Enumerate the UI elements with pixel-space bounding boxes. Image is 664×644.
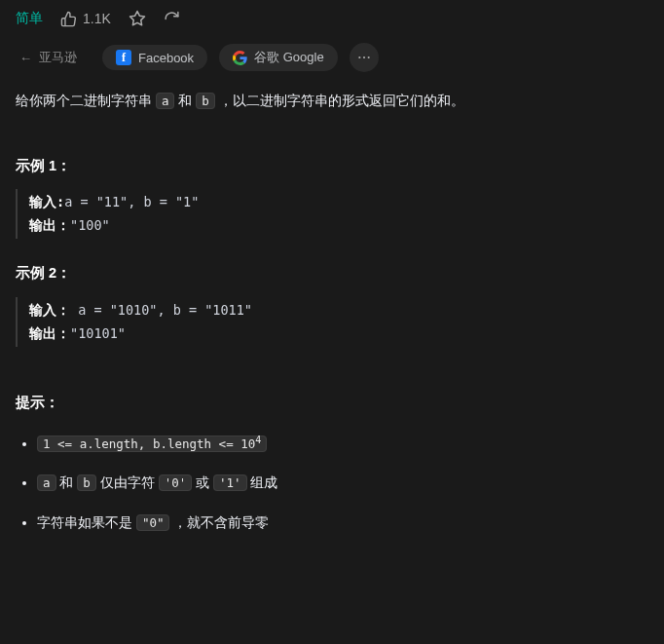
tag-label: 亚马逊 xyxy=(39,49,77,66)
input-value: a = "11", b = "1" xyxy=(64,194,199,209)
tag-google[interactable]: 谷歌 Google xyxy=(219,44,338,71)
input-label: 输入： xyxy=(29,302,70,318)
tag-label: 谷歌 Google xyxy=(254,49,324,66)
star-icon xyxy=(129,10,146,27)
input-label: 输入: xyxy=(29,194,64,209)
output-value: "100" xyxy=(70,217,110,233)
constraint-item: 1 <= a.length, b.length <= 104 xyxy=(37,431,648,457)
constraint-code: 1 <= a.length, b.length <= 104 xyxy=(37,436,267,452)
example2-block: 输入： a = "1010", b = "1011" 输出："10101" xyxy=(16,297,648,347)
var-b: b xyxy=(196,93,215,109)
output-label: 输出： xyxy=(29,217,70,233)
like-count: 1.1K xyxy=(83,11,111,26)
var-a: a xyxy=(37,474,56,491)
company-tags: ← 亚马逊 f Facebook 谷歌 Google xyxy=(0,31,664,82)
example2-title: 示例 2： xyxy=(16,260,648,287)
chevron-left-icon: ← xyxy=(19,51,32,65)
var-b: b xyxy=(77,474,96,491)
ellipsis-icon xyxy=(356,50,372,65)
thumbs-up-icon xyxy=(60,11,77,27)
more-tags-button[interactable] xyxy=(350,43,379,72)
example1-block: 输入:a = "11", b = "1" 输出："100" xyxy=(16,189,648,239)
example1-title: 示例 1： xyxy=(16,153,648,180)
problem-content: 给你两个二进制字符串 a 和 b ，以二进制字符串的形式返回它们的和。 示例 1… xyxy=(0,82,664,569)
google-icon xyxy=(233,51,247,65)
tag-prev[interactable]: ← 亚马逊 xyxy=(16,44,91,71)
var-a: a xyxy=(156,93,175,109)
constraint-item: 字符串如果不是 "0" ，就不含前导零 xyxy=(37,510,648,536)
output-label: 输出： xyxy=(29,325,70,341)
header-bar: 简单 1.1K xyxy=(0,0,664,31)
constraints-section: 提示： 1 <= a.length, b.length <= 104 a 和 b… xyxy=(16,390,648,535)
constraint-item: a 和 b 仅由字符 '0' 或 '1' 组成 xyxy=(37,470,648,496)
svg-point-3 xyxy=(367,57,369,58)
share-icon xyxy=(164,11,180,27)
char-zero: '0' xyxy=(159,474,193,491)
str-zero: "0" xyxy=(136,514,170,531)
favorite-button[interactable] xyxy=(129,10,146,27)
problem-description: 给你两个二进制字符串 a 和 b ，以二进制字符串的形式返回它们的和。 xyxy=(16,88,648,114)
svg-marker-0 xyxy=(129,12,144,25)
facebook-icon: f xyxy=(116,50,131,65)
output-value: "10101" xyxy=(70,325,126,341)
share-button[interactable] xyxy=(164,11,180,27)
like-button[interactable]: 1.1K xyxy=(60,11,111,27)
svg-point-2 xyxy=(363,57,365,58)
input-value: a = "1010", b = "1011" xyxy=(78,302,252,318)
char-one: '1' xyxy=(213,474,247,491)
constraints-title: 提示： xyxy=(16,390,648,417)
svg-point-1 xyxy=(358,57,360,58)
difficulty-badge: 简单 xyxy=(16,10,43,27)
tag-label: Facebook xyxy=(138,51,194,65)
tag-facebook[interactable]: f Facebook xyxy=(102,45,207,70)
